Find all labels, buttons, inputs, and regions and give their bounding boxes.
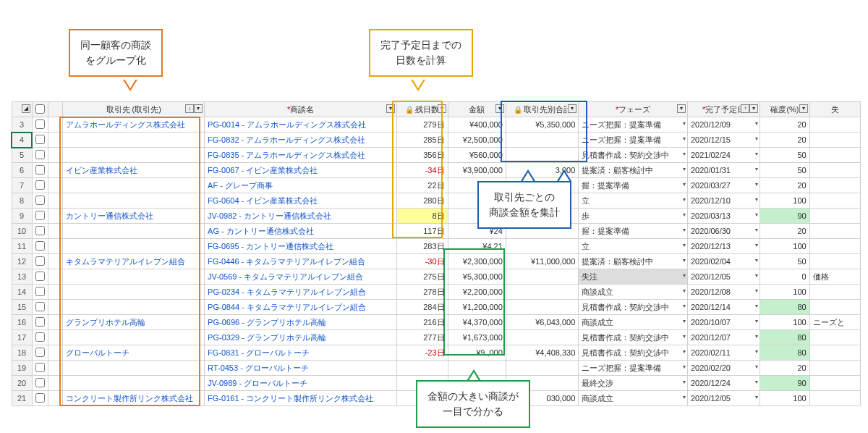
table-row[interactable]: 12キタムラマテリアルイレブン組合FG-0446 - キタムラマテリアルイレブン…: [12, 254, 861, 269]
prob-cell[interactable]: 100: [760, 391, 809, 406]
deal-cell[interactable]: PG-0014 - アムラホールディングス株式会社: [205, 117, 397, 133]
client-cell[interactable]: グランプリホテル高輪: [63, 315, 205, 330]
dropdown-icon[interactable]: ▾: [683, 257, 686, 264]
row-checkbox-cell[interactable]: [32, 163, 48, 178]
row-checkbox[interactable]: [35, 393, 45, 403]
client-cell[interactable]: グローバルトーチ: [63, 345, 205, 361]
amount-cell[interactable]: ¥1,200,000: [448, 300, 506, 315]
dropdown-icon[interactable]: ▾: [755, 333, 758, 340]
dropdown-icon[interactable]: ▾: [683, 227, 686, 233]
lost-cell[interactable]: [809, 163, 860, 178]
lost-cell[interactable]: [809, 239, 860, 254]
lost-cell[interactable]: [809, 300, 860, 315]
row-checkbox[interactable]: [35, 317, 45, 327]
dropdown-icon[interactable]: ▾: [755, 394, 758, 400]
date-cell[interactable]: 2020/02/11▾: [687, 345, 760, 361]
prob-cell[interactable]: 50: [760, 254, 809, 269]
client-cell[interactable]: [63, 376, 205, 391]
dropdown-icon[interactable]: ▾: [755, 242, 758, 248]
prob-cell[interactable]: 20: [760, 361, 809, 376]
deals-table[interactable]: ◢ 取引先 (取引先)↓▾ *商談名▾ 🔒残日数▾ 金額▾ 🔒取引先別合計▾ *…: [11, 101, 861, 406]
phase-cell[interactable]: 提案済：顧客検討中▾: [579, 254, 688, 269]
row-checkbox[interactable]: [35, 226, 45, 235]
dropdown-icon[interactable]: ▾: [683, 394, 686, 400]
phase-cell[interactable]: ニーズ把握：提案準備▾: [579, 361, 688, 376]
row-number[interactable]: 7: [12, 178, 32, 193]
table-row[interactable]: 13JV-0569 - キタムラマテリアルイレブン組合275日¥5,300,00…: [12, 269, 861, 285]
dropdown-icon[interactable]: ▾: [683, 363, 686, 370]
dropdown-icon[interactable]: ▾: [683, 272, 686, 279]
client-cell[interactable]: [63, 239, 205, 254]
dropdown-icon[interactable]: ▾: [683, 166, 686, 172]
lost-cell[interactable]: [809, 345, 860, 361]
row-checkbox-cell[interactable]: [32, 391, 48, 406]
row-expand-cell[interactable]: [48, 254, 63, 269]
dropdown-icon[interactable]: ▾: [755, 363, 758, 370]
row-number[interactable]: 13: [12, 269, 32, 285]
lost-cell[interactable]: [809, 178, 860, 193]
date-cell[interactable]: 2020/10/07▾: [687, 315, 760, 330]
prob-cell[interactable]: 100: [760, 315, 809, 330]
deal-cell[interactable]: FG-0832 - アムラホールディングス株式会社: [205, 133, 397, 148]
client-cell[interactable]: [63, 224, 205, 239]
prob-cell[interactable]: 100: [760, 193, 809, 209]
date-cell[interactable]: 2020/03/13▾: [687, 209, 760, 224]
row-checkbox-cell[interactable]: [32, 224, 48, 239]
phase-cell[interactable]: 歩▾: [579, 209, 688, 224]
row-checkbox-cell[interactable]: [32, 269, 48, 285]
row-number[interactable]: 14: [12, 285, 32, 300]
dropdown-icon[interactable]: ▾: [683, 318, 686, 324]
table-row[interactable]: 16グランプリホテル高輪PG-0696 - グランプリホテル高輪216日¥4,3…: [12, 315, 861, 330]
prob-cell[interactable]: 80: [760, 330, 809, 345]
row-number[interactable]: 20: [12, 376, 32, 391]
deal-cell[interactable]: FG-0831 - グローバルトーチ: [205, 345, 397, 361]
phase-cell[interactable]: 握：提案準備▾: [579, 178, 688, 193]
dropdown-icon[interactable]: ▾: [755, 348, 758, 355]
row-expand-cell[interactable]: [48, 193, 63, 209]
phase-cell[interactable]: 失注▾: [579, 269, 688, 285]
phase-cell[interactable]: ニーズ把握：提案準備▾: [579, 117, 688, 133]
row-expand-cell[interactable]: [48, 376, 63, 391]
deal-cell[interactable]: PG-0844 - キタムラマテリアルイレブン組合: [205, 300, 397, 315]
corner-cell[interactable]: ◢: [12, 102, 32, 117]
row-expand-cell[interactable]: [48, 209, 63, 224]
lost-cell[interactable]: [809, 361, 860, 376]
select-all-checkbox[interactable]: [35, 104, 45, 114]
row-number[interactable]: 8: [12, 193, 32, 209]
deal-cell[interactable]: FG-0604 - イビン産業株式会社: [205, 193, 397, 209]
row-number[interactable]: 21: [12, 391, 32, 406]
dropdown-icon[interactable]: ▾: [683, 196, 686, 203]
phase-cell[interactable]: 見積書作成：契約交渉中▾: [579, 300, 688, 315]
dropdown-icon[interactable]: ▾: [683, 348, 686, 355]
dropdown-icon[interactable]: ▾: [755, 166, 758, 172]
row-number[interactable]: 12: [12, 254, 32, 269]
row-expand-cell[interactable]: [48, 148, 63, 163]
date-cell[interactable]: 2020/01/31▾: [687, 163, 760, 178]
date-cell[interactable]: 2020/12/09▾: [687, 117, 760, 133]
row-expand-cell[interactable]: [48, 361, 63, 376]
col-phase[interactable]: *フェーズ▾: [579, 102, 688, 117]
amount-cell[interactable]: ¥400,000: [448, 117, 506, 133]
phase-cell[interactable]: 商談成立▾: [579, 391, 688, 406]
sort-icon[interactable]: ↑: [741, 104, 749, 113]
row-checkbox-cell[interactable]: [32, 330, 48, 345]
row-checkbox-cell[interactable]: [32, 148, 48, 163]
date-cell[interactable]: 2020/12/13▾: [687, 239, 760, 254]
date-cell[interactable]: 2020/12/05▾: [687, 269, 760, 285]
row-checkbox-cell[interactable]: [32, 254, 48, 269]
dropdown-icon[interactable]: ▾: [755, 287, 758, 294]
client-cell[interactable]: [63, 330, 205, 345]
row-number[interactable]: 9: [12, 209, 32, 224]
deal-cell[interactable]: FG-0695 - カントリー通信株式会社: [205, 239, 397, 254]
row-number[interactable]: 19: [12, 361, 32, 376]
amount-cell[interactable]: ¥2,500,000: [448, 133, 506, 148]
deal-cell[interactable]: AG - カントリー通信株式会社: [205, 224, 397, 239]
lost-cell[interactable]: [809, 209, 860, 224]
lost-cell[interactable]: 価格: [809, 269, 860, 285]
row-checkbox-cell[interactable]: [32, 285, 48, 300]
col-prob[interactable]: 確度(%)▾: [760, 102, 809, 117]
dropdown-icon[interactable]: ▾: [755, 196, 758, 203]
dropdown-icon[interactable]: ▾: [755, 379, 758, 385]
deal-cell[interactable]: JV-0982 - カントリー通信株式会社: [205, 209, 397, 224]
phase-cell[interactable]: 立▾: [579, 193, 688, 209]
